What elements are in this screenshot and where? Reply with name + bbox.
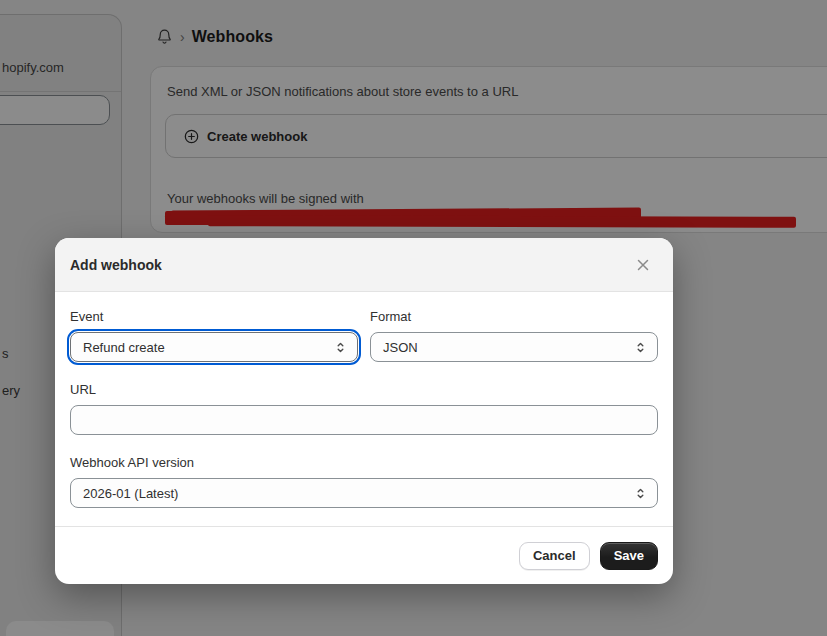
event-label: Event <box>70 309 358 324</box>
add-webhook-modal: Add webhook Event Refund create Format <box>55 238 673 584</box>
url-field: URL <box>70 382 658 435</box>
modal-body: Event Refund create Format JSON <box>55 292 673 508</box>
modal-footer: Cancel Save <box>55 526 673 584</box>
url-label: URL <box>70 382 658 397</box>
cancel-button[interactable]: Cancel <box>519 542 590 570</box>
url-input[interactable] <box>70 405 658 435</box>
modal-title: Add webhook <box>70 257 162 273</box>
select-stepper-icon <box>634 341 647 354</box>
format-select[interactable]: JSON <box>370 332 658 362</box>
event-select-value: Refund create <box>83 340 165 355</box>
api-version-select-value: 2026-01 (Latest) <box>83 486 178 501</box>
modal-header: Add webhook <box>55 238 673 292</box>
format-label: Format <box>370 309 658 324</box>
save-button[interactable]: Save <box>600 542 658 570</box>
select-stepper-icon <box>334 341 347 354</box>
event-select[interactable]: Refund create <box>70 332 358 362</box>
event-field: Event Refund create <box>70 309 358 362</box>
close-icon <box>636 258 650 272</box>
api-version-select[interactable]: 2026-01 (Latest) <box>70 478 658 508</box>
format-select-value: JSON <box>383 340 418 355</box>
select-stepper-icon <box>634 487 647 500</box>
close-button[interactable] <box>631 253 655 277</box>
api-version-field: Webhook API version 2026-01 (Latest) <box>70 455 658 508</box>
api-version-label: Webhook API version <box>70 455 658 470</box>
format-field: Format JSON <box>370 309 658 362</box>
